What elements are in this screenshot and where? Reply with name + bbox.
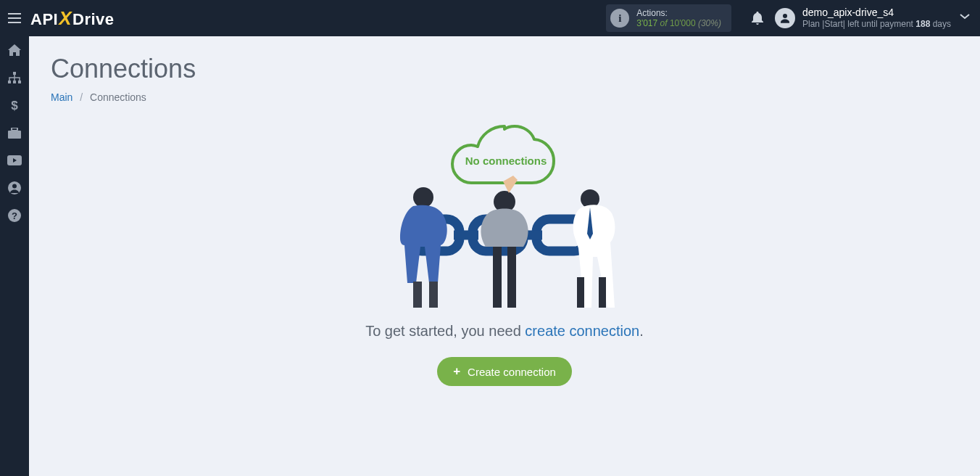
empty-text: To get started, you need create connecti… [365, 323, 644, 340]
actions-label: Actions: [636, 8, 721, 18]
sidebar-item-billing[interactable]: $ [0, 91, 29, 119]
create-connection-button[interactable]: + Create connection [437, 357, 572, 386]
user-menu[interactable]: demo_apix-drive_s4 Plan |Start| left unt… [775, 7, 973, 29]
svg-rect-1 [13, 72, 16, 75]
create-connection-link[interactable]: create connection [525, 323, 639, 339]
empty-illustration: No connections [381, 118, 628, 310]
logo-part-drive: Drive [72, 10, 115, 29]
create-button-label: Create connection [468, 366, 556, 378]
logo-part-api: API [30, 10, 58, 29]
svg-rect-2 [8, 81, 11, 83]
user-name: demo_apix-drive_s4 [802, 7, 951, 19]
top-bar: API X Drive i Actions: 3'017 of 10'000 (… [0, 0, 980, 36]
main-content: Connections Main / Connections No connec… [29, 36, 980, 476]
sidebar-item-video[interactable] [0, 147, 29, 174]
svg-rect-20 [429, 282, 438, 308]
svg-point-18 [413, 187, 433, 208]
sidebar-item-briefcase[interactable] [0, 119, 29, 147]
page-title: Connections [51, 54, 958, 84]
svg-rect-25 [577, 277, 584, 308]
breadcrumb-sep: / [80, 91, 83, 103]
svg-rect-22 [493, 247, 502, 308]
breadcrumb: Main / Connections [51, 91, 958, 103]
svg-rect-4 [18, 81, 21, 83]
breadcrumb-current: Connections [90, 91, 146, 103]
sidebar-item-connections[interactable] [0, 64, 29, 91]
sidebar: $ ? [0, 36, 29, 476]
svg-rect-7 [12, 128, 17, 131]
sidebar-item-home[interactable] [0, 36, 29, 64]
svg-text:$: $ [11, 99, 18, 112]
cloud-text: No connections [465, 155, 547, 167]
chevron-down-icon[interactable] [960, 13, 970, 20]
svg-rect-19 [413, 282, 422, 308]
menu-toggle-button[interactable] [0, 0, 29, 36]
empty-state: No connections [51, 118, 958, 386]
user-plan: Plan |Start| left until payment 188 days [802, 19, 951, 29]
svg-text:?: ? [12, 210, 17, 221]
plus-icon: + [453, 364, 460, 379]
notifications-button[interactable] [744, 0, 771, 36]
logo[interactable]: API X Drive [30, 7, 115, 30]
logo-part-x: X [59, 7, 72, 30]
svg-point-0 [783, 14, 787, 18]
svg-rect-3 [13, 81, 16, 83]
breadcrumb-main[interactable]: Main [51, 91, 72, 103]
actions-counter[interactable]: i Actions: 3'017 of 10'000 (30%) [606, 4, 731, 32]
sidebar-item-help[interactable]: ? [0, 202, 29, 229]
svg-rect-23 [507, 247, 516, 308]
info-icon: i [610, 9, 629, 28]
sidebar-item-account[interactable] [0, 174, 29, 202]
svg-rect-6 [8, 131, 21, 139]
svg-point-10 [12, 184, 17, 189]
actions-values: 3'017 of 10'000 (30%) [636, 18, 721, 28]
svg-rect-26 [599, 277, 606, 308]
avatar-icon [775, 8, 795, 28]
